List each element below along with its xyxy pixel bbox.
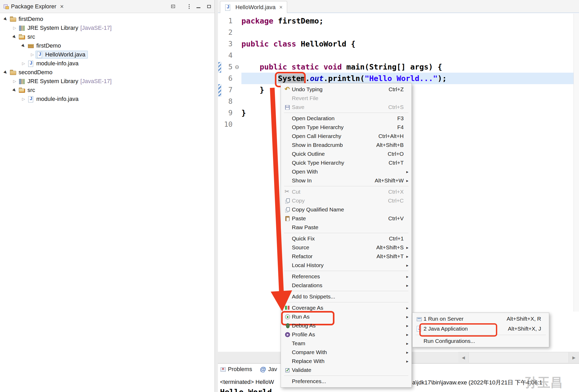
editor-context-menu-quick-outline[interactable]: Quick OutlineCtrl+O <box>281 149 412 158</box>
line-number: 3 <box>218 38 233 50</box>
editor-context-menu-add-to-snippets[interactable]: Add to Snippets... <box>281 292 412 301</box>
tree-item-jre-system-library[interactable]: ▷JRE System Library[JavaSE-17] <box>0 24 215 32</box>
editor-context-menu-team[interactable]: Team▸ <box>281 339 412 348</box>
editor-context-menu-debug-as[interactable]: Debug As▸ <box>281 321 412 330</box>
package-explorer-title: Package Explorer <box>11 3 56 10</box>
editor-context-menu-copy: CopyCtrl+C <box>281 196 412 205</box>
editor-context-menu-compare-with[interactable]: Compare With▸ <box>281 348 412 357</box>
expanded-twistie-icon[interactable]: ▶ <box>2 15 10 23</box>
selected-word[interactable]: System <box>278 74 305 83</box>
submenu-arrow-icon: ▸ <box>404 359 408 364</box>
editor-context-menu-validate[interactable]: Validate <box>281 366 412 374</box>
menu-separator <box>284 271 408 271</box>
run-as-submenu-1-run-on-server[interactable]: 1 Run on ServerAlt+Shift+X, R <box>413 314 549 324</box>
scroll-right-icon[interactable]: ▸ <box>569 352 579 363</box>
tree-item-src[interactable]: ▶src <box>0 32 215 41</box>
line-number: 6 <box>218 73 233 84</box>
expanded-twistie-icon[interactable]: ▶ <box>20 42 27 50</box>
code-line-6[interactable]: 6 System.out.println("Hello World..."); <box>218 73 574 84</box>
collapsed-twistie-icon[interactable]: ▷ <box>20 97 27 101</box>
editor-context-menu-source[interactable]: SourceAlt+Shift+S▸ <box>281 243 412 252</box>
editor-context-menu-profile-as[interactable]: Profile As▸ <box>281 330 412 339</box>
tree-item-label: firstDemo <box>19 16 43 22</box>
editor-context-menu-open-call-hierarchy[interactable]: Open Call HierarchyCtrl+Alt+H <box>281 132 412 141</box>
tree-item-seconddemo[interactable]: ▶secondDemo <box>0 68 215 77</box>
menu-separator <box>284 302 408 302</box>
editor-context-menu-declarations[interactable]: Declarations▸ <box>281 281 412 290</box>
expanded-twistie-icon[interactable]: ▶ <box>11 86 19 94</box>
tree-item-label: module-info.java <box>36 60 78 67</box>
line-number: 1 <box>218 15 233 27</box>
run-as-submenu-run-configurations[interactable]: Run Configurations... <box>413 336 549 346</box>
code-line-3[interactable]: 3public class HelloWorld { <box>218 38 574 50</box>
undo-icon <box>285 87 290 92</box>
editor-context-menu-coverage-as[interactable]: Coverage As▸ <box>281 303 412 312</box>
code-line-4[interactable]: 4 <box>218 50 574 61</box>
editor-context-menu-preferences[interactable]: Preferences... <box>281 377 412 386</box>
line-number: 4 <box>218 50 233 61</box>
project-tree: ▶firstDemo▷JRE System Library[JavaSE-17]… <box>0 13 215 103</box>
editor-context-menu-show-in[interactable]: Show InAlt+Shift+W▸ <box>281 176 412 185</box>
editor-context-menu-open-with[interactable]: Open With▸ <box>281 167 412 176</box>
collapsed-twistie-icon[interactable]: ▷ <box>29 52 36 57</box>
collapsed-twistie-icon[interactable]: ▷ <box>20 61 27 66</box>
editor-context-menu-undo-typing[interactable]: Undo TypingCtrl+Z <box>281 85 412 94</box>
java-app-icon <box>416 326 422 332</box>
tree-item-firstdemo[interactable]: ▶firstDemo <box>0 41 215 50</box>
tree-item-src[interactable]: ▶src <box>0 86 215 95</box>
tree-item-module-info-java[interactable]: ▷module-info.java <box>0 59 215 68</box>
editor-context-menu-open-type-hierarchy[interactable]: Open Type HierarchyF4 <box>281 123 412 132</box>
run-as-submenu-2-java-application[interactable]: 2 Java ApplicationAlt+Shift+X, J <box>413 324 549 334</box>
view-toolbar <box>171 4 211 9</box>
editor-context-menu-open-declaration[interactable]: Open DeclarationF3 <box>281 114 412 123</box>
editor-context-menu-local-history[interactable]: Local History▸ <box>281 261 412 270</box>
editor-context-menu-run-as[interactable]: Run As▸ <box>281 312 412 321</box>
collapsed-twistie-icon[interactable]: ▷ <box>11 79 18 84</box>
expanded-twistie-icon[interactable]: ▶ <box>11 33 19 41</box>
editor-context-menu-replace-with[interactable]: Replace With▸ <box>281 357 412 366</box>
overview-ruler <box>574 14 579 312</box>
close-view-icon[interactable]: × <box>60 3 64 10</box>
editor-tab-helloworld[interactable]: HelloWorld.java × <box>220 1 287 13</box>
tab-javadoc[interactable]: @ Jav <box>260 366 277 373</box>
tree-item-jre-system-library[interactable]: ▷JRE System Library[JavaSE-17] <box>0 77 215 86</box>
java-file-icon <box>27 96 34 102</box>
tree-item-label: JRE System Library <box>27 25 78 31</box>
fold-collapse-icon[interactable]: ⊖ <box>233 61 241 73</box>
library-icon <box>19 25 25 31</box>
editor-context-menu-quick-type-hierarchy[interactable]: Quick Type HierarchyCtrl+T <box>281 158 412 167</box>
submenu-arrow-icon: ▸ <box>404 350 408 355</box>
tab-problems[interactable]: Problems <box>221 366 252 373</box>
collapse-all-icon[interactable] <box>171 5 175 8</box>
editor-context-menu-paste[interactable]: PasteCtrl+V <box>281 214 412 223</box>
editor-context-menu: Undo TypingCtrl+ZRevert FileSaveCtrl+SOp… <box>281 83 412 388</box>
line-number: 7 <box>218 84 233 96</box>
editor-context-menu-references[interactable]: References▸ <box>281 272 412 281</box>
console-command-path: a\jdk17\bin\javaw.exe (2022年10月21日 下午4:0… <box>412 379 542 387</box>
tree-item-helloworld-java[interactable]: ▷HelloWorld.java <box>0 50 215 59</box>
expanded-twistie-icon[interactable]: ▶ <box>2 68 10 76</box>
maximize-icon[interactable] <box>207 5 211 8</box>
collapsed-twistie-icon[interactable]: ▷ <box>11 26 18 30</box>
code-line-1[interactable]: 1package firstDemo; <box>218 15 574 27</box>
tree-item-module-info-java[interactable]: ▷module-info.java <box>0 95 215 103</box>
line-number: 9 <box>218 107 233 119</box>
close-tab-icon[interactable]: × <box>279 4 283 11</box>
code-line-2[interactable]: 2 <box>218 27 574 38</box>
horizontal-scrollbar[interactable]: ◂ ▸ <box>458 352 579 363</box>
minimize-icon[interactable] <box>196 7 200 8</box>
line-number: 5 <box>218 61 233 73</box>
at-icon: @ <box>260 366 266 373</box>
tree-item-label: firstDemo <box>36 42 61 49</box>
view-menu-icon[interactable] <box>189 4 190 5</box>
tree-item-decoration: [JavaSE-17] <box>80 25 112 31</box>
editor-context-menu-copy-qualified-name[interactable]: Copy Qualified Name <box>281 205 412 214</box>
code-line-5[interactable]: 5⊖ public static void main(String[] args… <box>218 61 574 73</box>
save-icon <box>285 105 290 110</box>
editor-context-menu-show-in-breadcrumb[interactable]: Show in BreadcrumbAlt+Shift+B <box>281 141 412 149</box>
editor-context-menu-quick-fix[interactable]: Quick FixCtrl+1 <box>281 234 412 243</box>
editor-context-menu-raw-paste[interactable]: Raw Paste <box>281 223 412 232</box>
editor-context-menu-refactor[interactable]: RefactorAlt+Shift+T▸ <box>281 252 412 261</box>
scroll-left-icon[interactable]: ◂ <box>458 352 469 363</box>
tree-item-firstdemo[interactable]: ▶firstDemo <box>0 15 215 24</box>
